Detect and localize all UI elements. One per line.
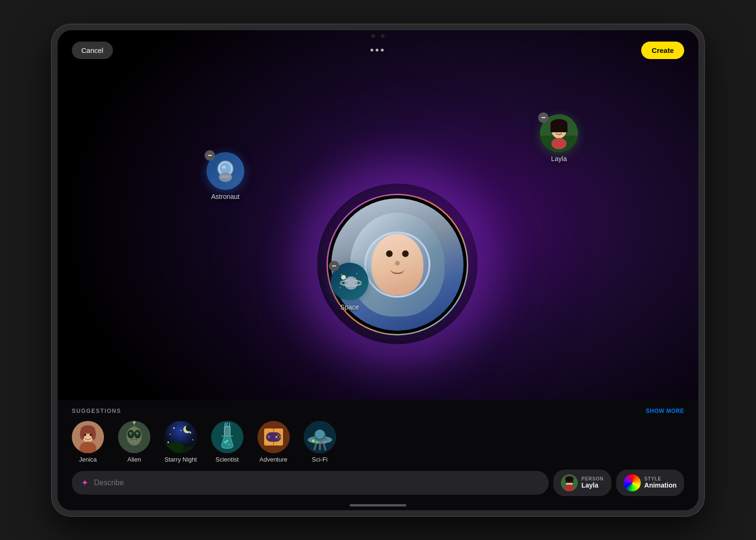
- suggestion-alien[interactable]: Alien: [118, 421, 150, 463]
- face: [371, 234, 423, 295]
- space-remove-badge[interactable]: −: [329, 261, 339, 271]
- layla-label: Layla: [551, 155, 567, 163]
- face-eyes: [386, 250, 409, 257]
- svg-point-26: [84, 433, 86, 436]
- volume-down-button[interactable]: [52, 131, 52, 154]
- style-chip-icon: [624, 474, 641, 491]
- adventure-svg: [258, 421, 290, 453]
- face-mouth: [390, 268, 404, 274]
- volume-up-button[interactable]: [52, 100, 52, 124]
- suggestions-header: SUGGESTIONS SHOW MORE: [72, 408, 684, 414]
- sparkle-icon: ✦: [81, 478, 88, 488]
- starry-night-icon: [164, 421, 197, 453]
- suggestions-title: SUGGESTIONS: [72, 408, 121, 414]
- astronaut-float-element[interactable]: − Astronaut: [206, 152, 244, 200]
- svg-point-47: [168, 441, 169, 443]
- svg-point-82: [570, 480, 572, 482]
- dot-3: [381, 49, 384, 51]
- style-chip-text: STYLE Animation: [644, 476, 677, 489]
- input-bar: ✦: [72, 470, 684, 496]
- person-chip-avatar: [561, 474, 578, 491]
- svg-point-81: [567, 480, 568, 482]
- layla-remove-badge[interactable]: −: [538, 112, 549, 123]
- scientist-label: Scientist: [215, 456, 239, 463]
- describe-input-wrap[interactable]: ✦: [72, 471, 549, 495]
- jenica-label: Jenica: [79, 456, 97, 463]
- svg-point-24: [80, 429, 85, 440]
- astronaut-svg: [214, 159, 237, 183]
- suggestion-scientist[interactable]: Scientist: [211, 421, 243, 463]
- svg-point-27: [90, 433, 92, 436]
- camera-bar: [371, 34, 385, 38]
- style-chip[interactable]: STYLE Animation: [616, 470, 684, 496]
- person-chip-text: PERSON Layla: [582, 476, 604, 489]
- face-eye-right: [402, 250, 409, 257]
- alien-label: Alien: [128, 456, 141, 463]
- svg-point-72: [316, 430, 324, 438]
- svg-point-36: [136, 432, 138, 434]
- scifi-svg: [304, 421, 336, 453]
- starry-night-svg: [164, 421, 197, 453]
- scientist-icon: [211, 421, 243, 453]
- face-nose: [395, 261, 400, 266]
- svg-point-46: [192, 439, 193, 440]
- dot-1: [370, 49, 373, 51]
- svg-point-14: [356, 273, 357, 274]
- power-button[interactable]: [704, 110, 704, 143]
- svg-point-13: [341, 274, 342, 275]
- jenica-icon: [72, 421, 104, 453]
- dots-menu[interactable]: [370, 49, 384, 51]
- svg-point-2: [222, 166, 226, 169]
- describe-input[interactable]: [94, 479, 539, 487]
- svg-point-10: [555, 128, 558, 131]
- svg-rect-53: [224, 427, 230, 436]
- person-chip[interactable]: PERSON Layla: [553, 470, 611, 496]
- svg-point-63: [279, 436, 281, 438]
- svg-point-76: [323, 441, 326, 444]
- svg-point-64: [277, 438, 279, 440]
- scientist-svg: [211, 421, 243, 453]
- astronaut-remove-badge[interactable]: −: [205, 150, 215, 161]
- svg-point-16: [340, 287, 341, 288]
- adventure-label: Adventure: [259, 456, 287, 463]
- suggestions-section: SUGGESTIONS SHOW MORE: [72, 408, 684, 463]
- svg-point-11: [560, 128, 563, 131]
- svg-point-45: [170, 434, 171, 435]
- svg-rect-4: [221, 175, 230, 178]
- space-float-element[interactable]: −: [331, 263, 369, 311]
- sensor-dot: [381, 34, 385, 38]
- space-svg: [338, 270, 361, 293]
- svg-point-35: [129, 432, 131, 434]
- suggestion-scifi[interactable]: Sci-Fi: [304, 421, 336, 463]
- layla-float-element[interactable]: −: [540, 114, 578, 163]
- adventure-icon: [258, 421, 290, 453]
- svg-rect-67: [268, 435, 269, 437]
- camera-dot: [371, 34, 375, 38]
- suggestion-jenica[interactable]: Jenica: [72, 421, 104, 463]
- layla-chip-avatar: [561, 474, 578, 491]
- alien-icon: [118, 421, 150, 453]
- scifi-icon: [304, 421, 336, 453]
- create-button[interactable]: Create: [641, 42, 684, 59]
- suggestion-starry-night[interactable]: Starry Night: [164, 421, 197, 463]
- svg-point-25: [91, 429, 96, 440]
- show-more-button[interactable]: SHOW MORE: [646, 408, 684, 414]
- svg-point-65: [275, 436, 277, 438]
- svg-point-41: [173, 427, 175, 429]
- svg-point-43: [180, 430, 181, 431]
- scifi-label: Sci-Fi: [312, 456, 327, 463]
- suggestion-adventure[interactable]: Adventure: [258, 421, 290, 463]
- person-chip-value: Layla: [582, 481, 604, 489]
- style-chip-label: STYLE: [644, 476, 677, 481]
- svg-point-56: [226, 439, 228, 442]
- bottom-panel: SUGGESTIONS SHOW MORE: [58, 400, 698, 510]
- cancel-button[interactable]: Cancel: [72, 42, 113, 59]
- svg-rect-9: [550, 124, 567, 132]
- svg-point-62: [277, 434, 279, 436]
- space-label: Space: [340, 303, 359, 311]
- ipad-frame: − Astronaut −: [52, 25, 704, 516]
- svg-point-38: [133, 421, 136, 424]
- suggestions-row: Jenica: [72, 421, 684, 463]
- svg-point-73: [312, 439, 315, 442]
- top-bar: Cancel Create: [58, 42, 698, 59]
